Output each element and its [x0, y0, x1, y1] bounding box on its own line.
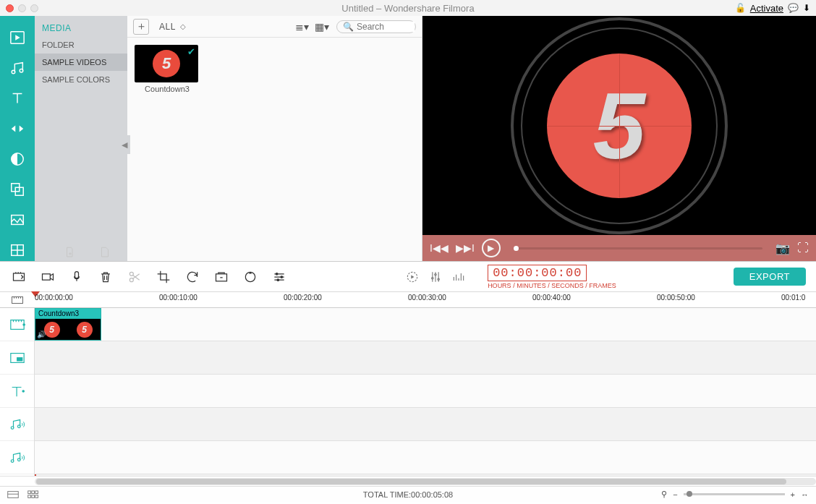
- player-progress[interactable]: [514, 247, 762, 249]
- media-area: ◀ ＋ ALL◇ ≣▾ ▦▾ 🔍 5 ✔ Countdown3: [127, 16, 422, 261]
- svg-rect-33: [32, 490, 35, 493]
- timecode-label: HOURS / MINUTES / SECONDS / FRAMES: [488, 282, 616, 289]
- render-button[interactable]: [405, 270, 420, 284]
- thumbnail-icon: 5: [153, 50, 180, 77]
- zoom-out-button[interactable]: −: [673, 490, 677, 499]
- media-header: MEDIA: [35, 20, 127, 36]
- snapshot-button[interactable]: 📷: [775, 242, 790, 255]
- window-title: Untitled – Wondershare Filmora: [0, 3, 816, 14]
- svg-rect-25: [17, 357, 22, 362]
- track-row-audio1[interactable]: [35, 408, 816, 441]
- svg-rect-21: [12, 296, 23, 303]
- media-item-countdown3[interactable]: 5 ✔ Countdown3: [135, 45, 200, 93]
- magnet-icon[interactable]: ⚲: [661, 490, 667, 499]
- tool-record[interactable]: [39, 268, 56, 286]
- track-row-video[interactable]: Countdown3 55 🔊: [35, 308, 816, 341]
- new-file-icon[interactable]: [98, 245, 111, 260]
- tool-voiceover[interactable]: [68, 268, 85, 286]
- new-folder-icon[interactable]: [64, 245, 77, 260]
- clip-audio-icon: 🔊: [37, 330, 46, 338]
- chevron-down-icon: ◇: [180, 22, 187, 30]
- track-head-pip[interactable]: [0, 341, 34, 375]
- timeline-toolbar: 00:00:00:00 HOURS / MINUTES / SECONDS / …: [0, 262, 816, 292]
- list-view-button[interactable]: ≣▾: [295, 21, 309, 33]
- svg-point-1: [12, 70, 15, 74]
- status-storyboard-icon[interactable]: [27, 490, 39, 500]
- ruler-tick: 00:00:20:00: [284, 294, 322, 302]
- export-button[interactable]: EXPORT: [734, 268, 806, 286]
- track-row-pip[interactable]: [35, 341, 816, 375]
- media-tab-sample-videos[interactable]: SAMPLE VIDEOS: [35, 54, 127, 71]
- tool-crop[interactable]: [155, 268, 172, 286]
- fullscreen-button[interactable]: ⛶: [797, 242, 809, 255]
- tool-speed[interactable]: [213, 268, 230, 286]
- sidebar-splitscreen[interactable]: [7, 240, 27, 260]
- clip-countdown3[interactable]: Countdown3 55 🔊: [35, 308, 101, 341]
- svg-rect-22: [10, 320, 23, 329]
- media-filter-dropdown[interactable]: ALL◇: [159, 22, 186, 32]
- zoom-slider[interactable]: [684, 493, 785, 495]
- media-tab-folder[interactable]: FOLDER: [35, 36, 127, 54]
- player-bar: I◀◀ ▶▶I ▶ 📷 ⛶: [422, 235, 816, 261]
- svg-rect-37: [35, 495, 38, 497]
- media-search-input[interactable]: [357, 22, 415, 32]
- left-sidebar: [0, 16, 35, 261]
- search-icon: 🔍: [343, 22, 354, 32]
- media-categories: MEDIA FOLDER SAMPLE VIDEOS SAMPLE COLORS: [35, 16, 127, 261]
- checkmark-icon: ✔: [187, 46, 195, 57]
- grid-view-button[interactable]: ▦▾: [315, 21, 329, 33]
- ruler-tick: 00:00:40:00: [532, 294, 571, 302]
- sidebar-music[interactable]: [7, 58, 27, 78]
- svg-point-27: [11, 426, 14, 429]
- ruler-tick: 00:00:50:00: [657, 294, 695, 302]
- preview-countdown-number: 5: [593, 72, 645, 180]
- sidebar-elements[interactable]: [7, 210, 27, 230]
- svg-point-15: [281, 276, 283, 278]
- timeline-ruler[interactable]: 00:00:00:00 00:00:10:00 00:00:20:00 00:0…: [0, 292, 816, 308]
- track-row-audio2[interactable]: [35, 441, 816, 474]
- svg-point-16: [277, 278, 279, 281]
- player-play-button[interactable]: ▶: [482, 239, 501, 257]
- sidebar-text[interactable]: [7, 88, 27, 108]
- svg-point-23: [22, 323, 25, 326]
- mixer-button[interactable]: [428, 270, 443, 284]
- preview-canvas: 5: [422, 16, 816, 235]
- ruler-tick: 00:00:30:00: [408, 294, 446, 302]
- total-time-label: TOTAL TIME:: [363, 490, 411, 499]
- track-head-audio2[interactable]: [0, 441, 34, 474]
- track-row-text[interactable]: [35, 375, 816, 408]
- sidebar-transitions[interactable]: [7, 119, 27, 139]
- levels-button[interactable]: [451, 270, 466, 284]
- media-search[interactable]: 🔍: [336, 20, 416, 33]
- import-button[interactable]: ＋: [133, 19, 149, 35]
- tool-undo[interactable]: [10, 268, 27, 286]
- tool-adjust[interactable]: [271, 268, 288, 286]
- tool-delete[interactable]: [97, 268, 114, 286]
- tool-color[interactable]: [242, 268, 259, 286]
- tool-rotate[interactable]: [184, 268, 201, 286]
- svg-rect-35: [28, 495, 31, 497]
- player-prev-button[interactable]: I◀◀: [430, 242, 449, 254]
- preview-panel: 5 I◀◀ ▶▶I ▶ 📷 ⛶: [422, 16, 816, 261]
- track-head-text[interactable]: [0, 375, 34, 408]
- status-manager-icon[interactable]: [7, 490, 19, 500]
- svg-rect-34: [35, 490, 38, 493]
- fit-button[interactable]: ↔: [801, 490, 809, 499]
- sidebar-media[interactable]: [7, 27, 27, 48]
- tool-split[interactable]: [126, 268, 143, 286]
- svg-point-29: [11, 459, 14, 462]
- timeline-scrollbar[interactable]: [0, 476, 816, 486]
- media-tab-sample-colors[interactable]: SAMPLE COLORS: [35, 71, 127, 88]
- sidebar-filters[interactable]: [7, 149, 27, 169]
- sidebar-overlays[interactable]: [7, 179, 27, 200]
- zoom-in-button[interactable]: +: [791, 490, 795, 499]
- svg-rect-32: [28, 490, 31, 493]
- track-head-video[interactable]: [0, 308, 34, 341]
- svg-point-13: [245, 272, 255, 281]
- svg-rect-31: [8, 491, 19, 497]
- track-head-audio1[interactable]: [0, 408, 34, 441]
- ruler-tick: 00:00:00:00: [35, 294, 73, 302]
- svg-point-14: [276, 273, 278, 275]
- player-next-button[interactable]: ▶▶I: [456, 242, 475, 254]
- ruler-tick: 00:01:0: [781, 294, 805, 302]
